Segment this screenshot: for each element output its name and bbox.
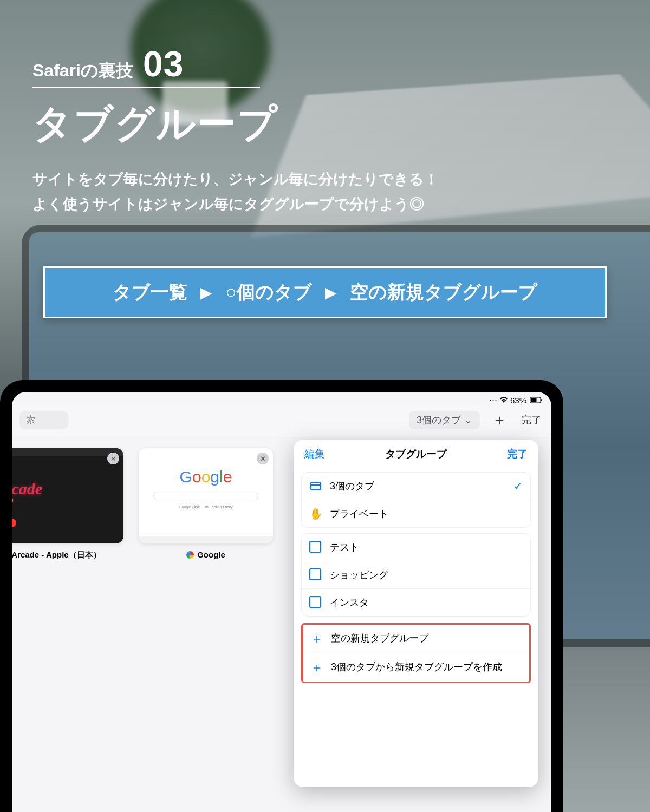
steps-box: タブ一覧 ▶ ○個のタブ ▶ 空の新規タブグループ <box>43 266 607 318</box>
row-label: 3個のタブから新規タブグループを作成 <box>331 661 502 673</box>
google-logo: Google <box>139 468 273 486</box>
cellular-icon: ⋯ <box>489 395 497 405</box>
popover-done-button[interactable]: 完了 <box>507 447 528 461</box>
ipad-screen: ⋯ 63% 索 3個のタブ ⌄ ＋ 完了 <box>12 392 551 812</box>
tab-count-dropdown[interactable]: 3個のタブ ⌄ <box>409 411 480 429</box>
tab-title: Arcade - Apple（日本） <box>12 550 101 560</box>
svg-rect-1 <box>531 398 537 402</box>
popover-groups-section: テスト ショッピング インスタ <box>301 533 531 617</box>
close-tab-icon[interactable]: ✕ <box>107 453 119 464</box>
tab-group-row[interactable]: テスト <box>302 534 530 561</box>
step-3: 空の新規タブグループ <box>350 280 537 305</box>
svg-rect-2 <box>541 399 542 401</box>
row-label: インスタ <box>330 596 369 609</box>
row-label: 空の新規タブグループ <box>331 632 428 645</box>
new-tab-group-from-tabs[interactable]: ＋ 3個のタブから新規タブグループを作成 <box>303 653 529 682</box>
toolbar-done-button[interactable]: 完了 <box>519 413 544 427</box>
step-1: タブ一覧 <box>113 280 187 305</box>
status-bar: ⋯ 63% <box>12 392 551 406</box>
header-desc-line2: よく使うサイトはジャンル毎にタググループで分けよう◎ <box>32 192 618 217</box>
header-subtitle: Safariの裏技 <box>32 59 133 83</box>
tab-card[interactable]: ✕ Google Google 検索 I'm Feeling Lucky Goo… <box>139 448 273 801</box>
header-block: Safariの裏技 03 タブグループ サイトをタブ毎に分けたり、ジャンル毎に分… <box>32 43 618 217</box>
plus-icon: ＋ <box>310 661 323 674</box>
arcade-cta-button <box>12 519 16 527</box>
header-desc-line1: サイトをタブ毎に分けたり、ジャンル毎に分けたりできる！ <box>32 167 618 192</box>
triangle-right-icon: ▶ <box>325 284 337 302</box>
tab-title: Google <box>197 550 225 559</box>
tab-group-row[interactable]: インスタ <box>302 589 530 616</box>
triangle-right-icon: ▶ <box>200 284 212 302</box>
hand-icon: ✋ <box>309 507 322 520</box>
row-label: テスト <box>330 541 359 554</box>
tab-dropdown-label: 3個のタブ <box>417 414 461 427</box>
checkmark-icon: ✓ <box>514 480 523 493</box>
row-label: プライベート <box>330 507 388 520</box>
new-empty-tab-group[interactable]: ＋ 空の新規タブグループ <box>303 625 529 653</box>
tab-group-popover: 編集 タブグループ 完了 3個のタブ ✓ ✋ プライベート テスト <box>294 440 538 787</box>
header-title: タブグループ <box>32 98 618 150</box>
copy-icon <box>309 541 322 554</box>
google-thumb-sub: Google 検索 I'm Feeling Lucky <box>139 505 273 510</box>
tab-thumbnail-google[interactable]: ✕ Google Google 検索 I'm Feeling Lucky <box>139 448 273 543</box>
tab-thumbnail-arcade[interactable]: ✕ Arcade is open <box>12 448 123 543</box>
popover-primary-section: 3個のタブ ✓ ✋ プライベート <box>301 472 531 528</box>
close-tab-icon[interactable]: ✕ <box>257 453 269 464</box>
new-tab-button[interactable]: ＋ <box>487 410 511 430</box>
tab-group-row[interactable]: ショッピング <box>302 561 530 589</box>
google-search-bar <box>153 492 258 500</box>
window-icon <box>309 480 322 493</box>
step-2: ○個のタブ <box>225 280 312 305</box>
row-label: ショッピング <box>330 568 388 581</box>
wifi-icon <box>499 396 508 405</box>
google-favicon-icon <box>186 551 194 559</box>
tab-card[interactable]: ✕ Arcade is open Arcade - Apple（日本） <box>12 448 123 801</box>
copy-icon <box>309 596 322 609</box>
row-label: 3個のタブ <box>330 480 374 493</box>
search-input[interactable]: 索 <box>20 411 68 429</box>
popover-title: タブグループ <box>385 447 447 461</box>
copy-icon <box>309 568 322 581</box>
search-placeholder: 索 <box>26 414 35 426</box>
chevron-down-icon: ⌄ <box>464 414 472 426</box>
tab-group-row-current[interactable]: 3個のタブ ✓ <box>302 473 530 500</box>
battery-icon <box>530 396 543 405</box>
safari-toolbar: 索 3個のタブ ⌄ ＋ 完了 <box>12 406 551 434</box>
popover-edit-button[interactable]: 編集 <box>304 447 325 461</box>
header-number: 03 <box>143 43 184 84</box>
arcade-thumb-title: Arcade <box>12 480 42 497</box>
popover-actions-highlight: ＋ 空の新規タブグループ ＋ 3個のタブから新規タブグループを作成 <box>301 623 531 683</box>
ipad-mockup: ⋯ 63% 索 3個のタブ ⌄ ＋ 完了 <box>0 380 563 812</box>
tab-group-row-private[interactable]: ✋ プライベート <box>302 500 530 527</box>
plus-icon: ＋ <box>310 632 323 645</box>
battery-percent: 63% <box>510 396 526 405</box>
